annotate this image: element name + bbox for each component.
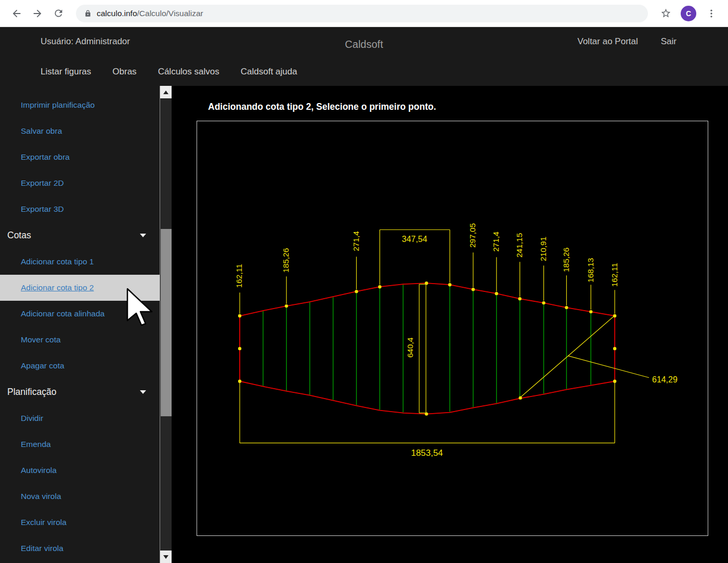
profile-avatar[interactable]: C: [681, 6, 696, 21]
sidebar-item-imprimir-planificacao[interactable]: Imprimir planificação: [0, 92, 160, 118]
back-arrow-icon: [11, 8, 22, 19]
dim-label-210-91: 210,91: [539, 237, 548, 261]
status-message: Adicionando cota tipo 2, Selecione o pri…: [208, 101, 436, 112]
sidebar-item-exportar-obra[interactable]: Exportar obra: [0, 144, 160, 170]
back-button[interactable]: [10, 7, 23, 20]
sidebar-item-autovirola[interactable]: Autovirola: [0, 457, 160, 483]
sidebar-item-exportar-2d[interactable]: Exportar 2D: [0, 170, 160, 196]
main-nav: Listar figuras Obras Cálculos salvos Cal…: [0, 58, 728, 86]
section-lines: [263, 285, 591, 412]
drawing-workspace: Adicionando cota tipo 2, Selecione o pri…: [172, 86, 728, 563]
dim-label-614-29: 614,29: [652, 375, 678, 384]
bookmark-star-button[interactable]: [659, 7, 672, 20]
sidebar-scrollbar[interactable]: [160, 86, 172, 563]
dim-label-185-26-right: 185,26: [562, 248, 570, 272]
sidebar-item-exportar-3d[interactable]: Exportar 3D: [0, 196, 160, 222]
sidebar-item-nova-virola[interactable]: Nova virola: [0, 483, 160, 509]
tools-sidebar: Imprimir planificação Salvar obra Export…: [0, 86, 160, 563]
dim-label-1853-54: 1853,54: [411, 448, 443, 458]
back-to-portal-link[interactable]: Voltar ao Portal: [578, 36, 638, 47]
forward-arrow-icon: [32, 8, 43, 19]
sidebar-item-mover-cota[interactable]: Mover cota: [0, 327, 160, 353]
section-label: Planificação: [7, 387, 56, 398]
sidebar-section-cotas[interactable]: Cotas: [0, 222, 160, 249]
chevron-down-icon: [140, 390, 146, 394]
sidebar-item-adicionar-cota-tipo-2[interactable]: Adicionar cota tipo 2: [0, 275, 160, 301]
star-icon: [660, 8, 671, 19]
sidebar-section-planificacao[interactable]: Planificação: [0, 379, 160, 405]
sidebar-item-editar-virola[interactable]: Editar virola: [0, 535, 160, 561]
scroll-up-button[interactable]: [160, 86, 172, 98]
dim-label-347-54: 347,54: [402, 235, 427, 244]
plate-outline: [240, 283, 615, 414]
dim-label-168-13: 168,13: [586, 258, 595, 283]
dim-label-185-26-left: 185,26: [281, 248, 290, 273]
nav-listar-figuras[interactable]: Listar figuras: [41, 67, 91, 77]
sidebar-item-adicionar-cota-alinhada[interactable]: Adicionar cota alinhada: [0, 301, 160, 327]
dimension-labels: 162,11 185,26 271,4 347,54 297,05 271,4 …: [235, 223, 677, 458]
browser-menu-button[interactable]: [705, 7, 718, 20]
dim-label-640-4: 640,4: [406, 337, 414, 357]
triangle-up-icon: [163, 91, 168, 94]
sidebar-item-adicionar-cota-tipo-1[interactable]: Adicionar cota tipo 1: [0, 249, 160, 275]
section-label: Cotas: [7, 230, 31, 241]
triangle-down-icon: [163, 555, 168, 559]
kebab-menu-icon: [706, 8, 717, 19]
measure-points: [238, 282, 617, 416]
scroll-down-button[interactable]: [160, 551, 172, 563]
dim-label-271-4-left: 271,4: [352, 231, 360, 251]
sidebar-item-salvar-obra[interactable]: Salvar obra: [0, 118, 160, 144]
sidebar-item-excluir-virola[interactable]: Excluir virola: [0, 509, 160, 535]
dim-label-297-05: 297,05: [468, 223, 477, 248]
canvas-frame[interactable]: 162,11 185,26 271,4 347,54 297,05 271,4 …: [197, 121, 708, 536]
nav-calculos-salvos[interactable]: Cálculos salvos: [158, 67, 219, 77]
nav-obras[interactable]: Obras: [112, 67, 136, 77]
url-host: calculo.info: [97, 9, 137, 18]
cad-drawing[interactable]: 162,11 185,26 271,4 347,54 297,05 271,4 …: [197, 121, 708, 535]
lock-icon: [84, 10, 92, 17]
dim-label-162-11-left: 162,11: [235, 264, 243, 288]
forward-button[interactable]: [31, 7, 44, 20]
reload-icon: [53, 8, 64, 19]
app-header: Usuário: Administrador Caldsoft Voltar a…: [0, 27, 728, 86]
logout-link[interactable]: Sair: [661, 36, 677, 47]
dim-label-241-15: 241,15: [515, 233, 524, 258]
scrollbar-thumb[interactable]: [161, 229, 172, 416]
sidebar-item-apagar-cota[interactable]: Apagar cota: [0, 353, 160, 379]
chevron-down-icon: [140, 234, 146, 237]
address-bar[interactable]: calculo.info/Calculo/Visualizar: [76, 5, 648, 22]
dim-label-271-4-right: 271,4: [491, 232, 500, 252]
nav-caldsoft-ajuda[interactable]: Caldsoft ajuda: [241, 67, 297, 77]
sidebar-item-emenda[interactable]: Emenda: [0, 431, 160, 457]
reload-button[interactable]: [51, 7, 65, 20]
url-path: /Calculo/Visualizar: [137, 9, 203, 18]
browser-toolbar: calculo.info/Calculo/Visualizar C: [0, 0, 728, 27]
dim-label-162-11-right: 162,11: [610, 263, 619, 287]
sidebar-item-dividir[interactable]: Dividir: [0, 405, 160, 431]
